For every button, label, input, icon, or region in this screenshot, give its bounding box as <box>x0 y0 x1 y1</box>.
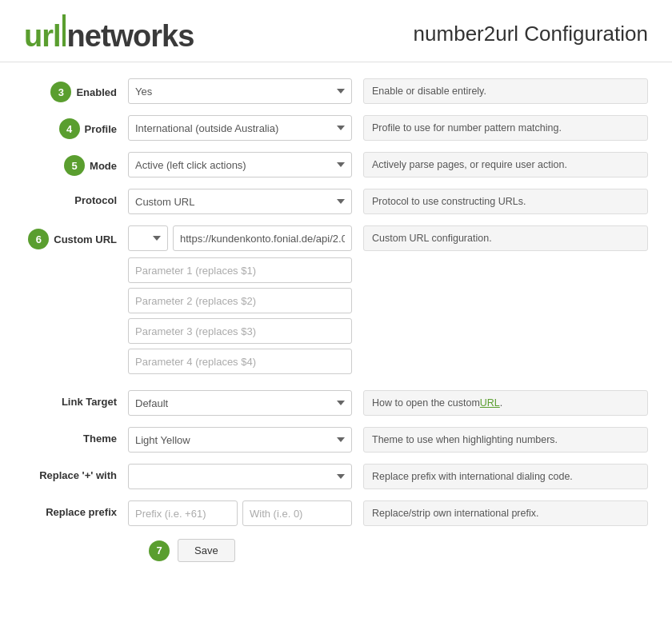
theme-input-area: Light Yellow Light Blue Light Green Dark <box>128 427 352 453</box>
replace-plus-label: Replace '+' with <box>24 464 128 481</box>
mode-label: Mode <box>90 160 117 172</box>
profile-row: 4 Profile International (outside Austral… <box>24 115 648 141</box>
mode-input-area: Active (left click actions) Passive <box>128 152 352 177</box>
custom-url-type-select[interactable] <box>128 225 168 251</box>
custom-url-input[interactable] <box>173 225 352 251</box>
logo-networks-text: networks <box>67 19 194 54</box>
replace-plus-input-area <box>128 464 352 489</box>
custom-url-text-wrap <box>173 225 352 251</box>
profile-badge: 4 <box>59 118 80 139</box>
custom-url-label: Custom URL <box>54 233 117 245</box>
profile-description: Profile to use for number pattern matchi… <box>363 115 648 141</box>
replace-prefix-control-wrap: Replace/strip own international prefix. <box>128 500 648 526</box>
enabled-input-area: Yes No <box>128 78 352 104</box>
enabled-select[interactable]: Yes No <box>128 78 352 104</box>
profile-input-area: International (outside Australia) Austra… <box>128 115 352 141</box>
custom-url-description: Custom URL configuration. <box>363 225 648 251</box>
logo-url-text: url <box>24 19 61 54</box>
save-row: 7 Save <box>24 539 648 562</box>
link-target-control-wrap: Default _blank _self How to open the cus… <box>128 390 648 416</box>
save-button-area: 7 Save <box>149 539 235 562</box>
param3-wrap <box>128 318 352 344</box>
protocol-row: Protocol Custom URL tel: callto: Protoco… <box>24 189 648 214</box>
custom-url-top <box>128 225 352 251</box>
link-target-input-area: Default _blank _self <box>128 390 352 416</box>
theme-row: Theme Light Yellow Light Blue Light Gree… <box>24 427 648 453</box>
protocol-select[interactable]: Custom URL tel: callto: <box>128 189 352 214</box>
replace-prefix-row: Replace prefix Replace/strip own interna… <box>24 500 648 526</box>
replace-plus-description: Replace prefix with international dialin… <box>363 464 648 489</box>
enabled-control-wrap: Yes No Enable or disable entirely. <box>128 78 648 104</box>
custom-url-inputs <box>128 225 352 379</box>
link-target-label: Link Target <box>24 390 128 408</box>
replace-prefix-inputs <box>128 500 352 526</box>
link-target-url-link: URL <box>480 397 500 409</box>
page-title: number2url Configuration <box>414 22 648 46</box>
param1-input[interactable] <box>128 257 352 283</box>
link-target-description: How to open the custom URL. <box>363 390 648 416</box>
protocol-control-wrap: Custom URL tel: callto: Protocol to use … <box>128 189 648 214</box>
enabled-label-area: 3 Enabled <box>24 78 128 102</box>
profile-control-wrap: International (outside Australia) Austra… <box>128 115 648 141</box>
param4-input[interactable] <box>128 349 352 374</box>
mode-row: 5 Mode Active (left click actions) Passi… <box>24 152 648 177</box>
param1-wrap <box>128 257 352 283</box>
replace-plus-row: Replace '+' with Replace prefix with int… <box>24 464 648 489</box>
mode-description: Actively parse pages, or require user ac… <box>363 152 648 177</box>
enabled-description: Enable or disable entirely. <box>363 78 648 104</box>
save-button[interactable]: Save <box>178 539 235 562</box>
theme-label: Theme <box>24 427 128 445</box>
theme-control-wrap: Light Yellow Light Blue Light Green Dark… <box>128 427 648 453</box>
protocol-description: Protocol to use constructing URLs. <box>363 189 648 214</box>
mode-label-area: 5 Mode <box>24 152 128 176</box>
save-badge: 7 <box>149 540 170 561</box>
mode-control-wrap: Active (left click actions) Passive Acti… <box>128 152 648 177</box>
custom-url-label-area: 6 Custom URL <box>24 225 128 249</box>
profile-select[interactable]: International (outside Australia) Austra… <box>128 115 352 141</box>
param4-wrap <box>128 349 352 374</box>
custom-url-row: 6 Custom URL <box>24 225 648 379</box>
replace-prefix-label: Replace prefix <box>24 500 128 518</box>
main-content: 3 Enabled Yes No Enable or disable entir… <box>0 62 672 578</box>
mode-select[interactable]: Active (left click actions) Passive <box>128 152 352 177</box>
replace-plus-select[interactable] <box>128 464 352 489</box>
replace-prefix-description: Replace/strip own international prefix. <box>363 500 648 526</box>
replace-prefix-prefix-input[interactable] <box>128 500 238 526</box>
link-target-select[interactable]: Default _blank _self <box>128 390 352 416</box>
protocol-input-area: Custom URL tel: callto: <box>128 189 352 214</box>
enabled-label: Enabled <box>76 86 117 98</box>
theme-description: Theme to use when highlighting numbers. <box>363 427 648 453</box>
custom-url-type-dropdown-wrap <box>128 225 168 251</box>
enabled-badge: 3 <box>50 82 71 102</box>
theme-select[interactable]: Light Yellow Light Blue Light Green Dark <box>128 427 352 453</box>
profile-label: Profile <box>85 123 117 135</box>
logo-pipe <box>62 14 66 46</box>
header: url networks number2url Configuration <box>0 0 672 62</box>
link-target-row: Link Target Default _blank _self How to … <box>24 390 648 416</box>
replace-plus-control-wrap: Replace prefix with international dialin… <box>128 464 648 489</box>
param2-input[interactable] <box>128 288 352 313</box>
param3-input[interactable] <box>128 318 352 344</box>
custom-url-control-wrap: Custom URL configuration. <box>128 225 648 379</box>
enabled-row: 3 Enabled Yes No Enable or disable entir… <box>24 78 648 104</box>
param2-wrap <box>128 288 352 313</box>
logo: url networks <box>24 14 194 54</box>
profile-label-area: 4 Profile <box>24 115 128 139</box>
replace-prefix-with-input[interactable] <box>242 500 352 526</box>
mode-badge: 5 <box>64 155 85 176</box>
protocol-label: Protocol <box>24 189 128 206</box>
custom-url-badge: 6 <box>28 229 49 249</box>
